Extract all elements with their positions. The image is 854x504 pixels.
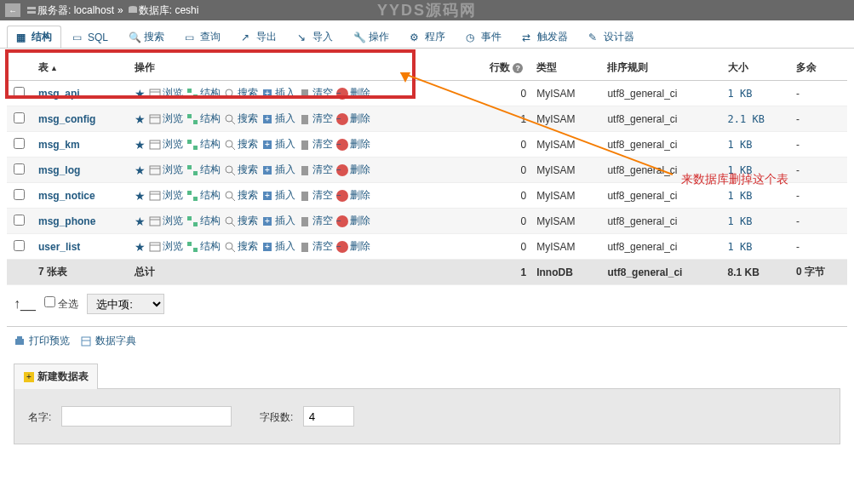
favorite-icon[interactable]: ★	[135, 138, 146, 152]
tab-routines[interactable]: ⚙程序	[400, 26, 455, 48]
search-action[interactable]: 搜索	[224, 163, 258, 177]
data-dict-link[interactable]: 数据字典	[80, 334, 136, 348]
insert-icon: +	[261, 88, 273, 100]
database-icon	[127, 4, 139, 16]
structure-action[interactable]: 结构	[186, 163, 221, 177]
structure-action[interactable]: 结构	[186, 137, 221, 152]
row-overhead: -	[789, 132, 847, 158]
empty-action[interactable]: 清空	[299, 137, 333, 152]
table-link[interactable]: msg_log	[38, 164, 80, 176]
check-all-label[interactable]: 全选	[44, 296, 78, 312]
row-checkbox[interactable]	[14, 112, 25, 123]
search-action[interactable]: 搜索	[224, 112, 258, 126]
tab-events[interactable]: ◷事件	[456, 26, 511, 48]
insert-action[interactable]: +插入	[261, 214, 295, 228]
search-action[interactable]: 搜索	[224, 214, 258, 228]
search-action[interactable]: 搜索	[224, 86, 258, 100]
search-action[interactable]: 搜索	[224, 188, 258, 203]
browse-action[interactable]: 浏览	[149, 112, 183, 126]
col-type[interactable]: 类型	[530, 55, 600, 81]
table-link[interactable]: msg_config	[38, 113, 95, 125]
tab-triggers[interactable]: ⇄触发器	[513, 26, 577, 48]
table-link[interactable]: msg_km	[38, 139, 80, 151]
favorite-icon[interactable]: ★	[135, 112, 146, 126]
row-checkbox[interactable]	[14, 189, 25, 200]
search-action[interactable]: 搜索	[224, 239, 258, 254]
structure-action[interactable]: 结构	[186, 112, 221, 126]
insert-action[interactable]: +插入	[261, 137, 295, 152]
drop-action[interactable]: −删除	[336, 239, 370, 254]
check-all-checkbox[interactable]	[44, 296, 55, 307]
tab-designer[interactable]: ✎设计器	[579, 26, 644, 48]
drop-icon: −	[336, 190, 348, 202]
structure-action[interactable]: 结构	[186, 188, 221, 203]
tab-sql[interactable]: ▭SQL	[63, 26, 117, 48]
table-link[interactable]: user_list	[38, 241, 80, 253]
insert-action[interactable]: +插入	[261, 239, 295, 254]
svg-rect-8	[187, 89, 192, 93]
row-checkbox[interactable]	[14, 163, 25, 175]
insert-action[interactable]: +插入	[261, 86, 295, 100]
drop-action[interactable]: −删除	[336, 188, 370, 203]
empty-action[interactable]: 清空	[299, 214, 333, 228]
structure-action[interactable]: 结构	[186, 239, 221, 254]
tab-query[interactable]: ▭查询	[175, 26, 230, 48]
insert-action[interactable]: +插入	[261, 188, 295, 203]
col-table[interactable]: 表▲	[32, 55, 128, 81]
browse-action[interactable]: 浏览	[149, 163, 183, 177]
empty-action[interactable]: 清空	[299, 163, 333, 177]
table-link[interactable]: msg_phone	[38, 215, 95, 227]
row-checkbox[interactable]	[14, 215, 25, 226]
browse-action[interactable]: 浏览	[149, 86, 183, 100]
col-collation[interactable]: 排序规则	[600, 55, 720, 81]
col-overhead[interactable]: 多余	[789, 55, 847, 81]
tab-structure[interactable]: ▦结构	[7, 26, 61, 48]
tab-export[interactable]: ↗导出	[232, 26, 286, 48]
structure-action[interactable]: 结构	[186, 214, 221, 228]
favorite-icon[interactable]: ★	[135, 87, 146, 100]
drop-action[interactable]: −删除	[336, 137, 370, 152]
favorite-icon[interactable]: ★	[135, 240, 146, 254]
svg-rect-35	[187, 165, 192, 169]
structure-icon	[186, 164, 198, 176]
tab-search[interactable]: 🔍搜索	[119, 26, 174, 48]
drop-action[interactable]: −删除	[336, 112, 370, 126]
svg-text:+: +	[265, 191, 270, 200]
drop-action[interactable]: −删除	[336, 214, 370, 228]
browse-action[interactable]: 浏览	[149, 214, 183, 228]
server-link[interactable]: 服务器: localhost	[37, 3, 114, 18]
table-link[interactable]: msg_notice	[38, 190, 95, 202]
help-icon[interactable]: ?	[513, 63, 523, 73]
empty-action[interactable]: 清空	[299, 239, 333, 254]
browse-action[interactable]: 浏览	[149, 188, 183, 203]
empty-action[interactable]: 清空	[299, 86, 333, 100]
back-icon[interactable]: ←	[5, 3, 20, 17]
drop-action[interactable]: −删除	[336, 86, 370, 100]
bulk-action-select[interactable]: 选中项:	[87, 294, 164, 314]
structure-action[interactable]: 结构	[186, 86, 221, 100]
tab-operations[interactable]: 🔧操作	[344, 26, 398, 48]
empty-action[interactable]: 清空	[299, 112, 333, 126]
favorite-icon[interactable]: ★	[135, 189, 146, 203]
browse-action[interactable]: 浏览	[149, 137, 183, 152]
search-action[interactable]: 搜索	[224, 137, 258, 152]
tab-import[interactable]: ↘导入	[288, 26, 342, 48]
print-preview-link[interactable]: 打印预览	[14, 334, 70, 348]
insert-action[interactable]: +插入	[261, 112, 295, 126]
drop-action[interactable]: −删除	[336, 163, 370, 177]
col-size[interactable]: 大小	[721, 55, 790, 81]
row-checkbox[interactable]	[14, 138, 25, 149]
table-link[interactable]: msg_api	[38, 88, 80, 100]
svg-line-29	[232, 146, 235, 150]
row-checkbox[interactable]	[14, 240, 25, 251]
browse-action[interactable]: 浏览	[149, 239, 183, 254]
favorite-icon[interactable]: ★	[135, 163, 146, 177]
table-name-input[interactable]	[61, 406, 232, 427]
row-checkbox[interactable]	[14, 87, 25, 98]
empty-action[interactable]: 清空	[299, 188, 333, 203]
column-count-input[interactable]	[303, 406, 354, 427]
database-link[interactable]: 数据库: ceshi	[139, 3, 199, 18]
insert-action[interactable]: +插入	[261, 163, 295, 177]
col-rows[interactable]: 行数?	[467, 55, 530, 81]
favorite-icon[interactable]: ★	[135, 215, 146, 228]
